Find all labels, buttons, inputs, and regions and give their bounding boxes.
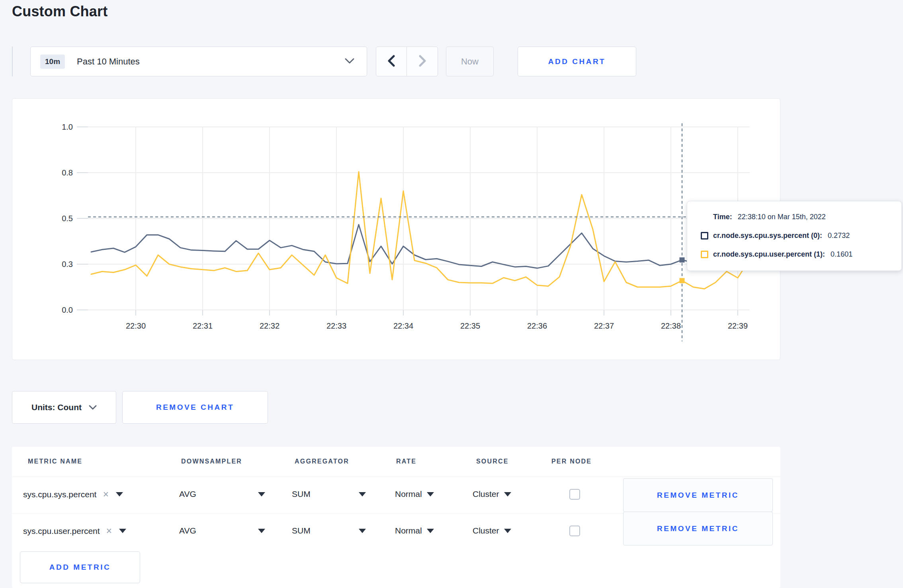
- svg-text:0.8: 0.8: [62, 168, 73, 177]
- prev-range-button[interactable]: [376, 47, 407, 76]
- remove-chart-button[interactable]: REMOVE CHART: [122, 391, 268, 424]
- svg-text:22:37: 22:37: [594, 321, 614, 330]
- remove-metric-button[interactable]: REMOVE METRIC: [623, 512, 773, 545]
- chart-hover-tooltip: Time: 22:38:10 on Mar 15th, 2022 cr.node…: [687, 201, 902, 271]
- rate-select[interactable]: Normal: [395, 526, 434, 535]
- units-select[interactable]: Units: Count: [12, 391, 116, 424]
- page-title: Custom Chart: [12, 3, 108, 20]
- aggregator-value: SUM: [292, 526, 311, 535]
- metric-name-value: sys.cpu.user.percent: [23, 526, 100, 536]
- add-metric-button[interactable]: ADD METRIC: [20, 551, 140, 583]
- units-select-label: Units: Count: [31, 403, 82, 412]
- downsampler-value: AVG: [179, 489, 196, 499]
- aggregator-select[interactable]: SUM: [292, 526, 366, 535]
- now-button[interactable]: Now: [446, 47, 494, 76]
- header-per-node: PER NODE: [551, 458, 592, 465]
- dropdown-caret-icon: [258, 529, 265, 533]
- source-select[interactable]: Cluster: [473, 526, 511, 535]
- dropdown-caret-icon: [258, 492, 265, 496]
- metrics-table-header: METRIC NAME DOWNSAMPLER AGGREGATOR RATE …: [12, 447, 780, 477]
- time-shift-control: [376, 47, 438, 76]
- header-aggregator: AGGREGATOR: [295, 458, 349, 465]
- dropdown-caret-icon: [119, 529, 126, 533]
- svg-text:0.3: 0.3: [62, 260, 73, 269]
- metric-name-select[interactable]: sys.cpu.sys.percent ×: [23, 489, 123, 499]
- dropdown-caret-icon: [359, 529, 366, 533]
- rate-value: Normal: [395, 526, 422, 535]
- add-metric-label: ADD METRIC: [49, 563, 111, 572]
- dropdown-caret-icon: [359, 492, 366, 496]
- aggregator-select[interactable]: SUM: [292, 489, 366, 499]
- chevron-right-icon: [418, 55, 427, 68]
- clear-metric-icon[interactable]: ×: [106, 526, 112, 536]
- remove-metric-label: REMOVE METRIC: [657, 491, 739, 500]
- chart-svg[interactable]: 0.00.30.50.81.022:3022:3122:3222:3322:34…: [12, 99, 780, 360]
- chevron-down-icon: [89, 403, 97, 412]
- time-range-label: Past 10 Minutes: [77, 56, 140, 67]
- downsampler-value: AVG: [179, 526, 196, 535]
- header-rate: RATE: [396, 458, 416, 465]
- rate-value: Normal: [395, 489, 422, 499]
- downsampler-select[interactable]: AVG: [179, 526, 265, 535]
- svg-text:22:39: 22:39: [728, 321, 748, 330]
- tooltip-time-label: Time:: [713, 213, 732, 221]
- dropdown-caret-icon: [504, 529, 511, 533]
- tooltip-time-value: 22:38:10 on Mar 15th, 2022: [738, 213, 826, 221]
- dropdown-caret-icon: [504, 492, 511, 496]
- now-button-label: Now: [461, 56, 479, 67]
- header-metric-name: METRIC NAME: [28, 458, 82, 465]
- chevron-left-icon: [387, 55, 396, 68]
- dropdown-caret-icon: [427, 529, 434, 533]
- series-user-swatch-icon: [701, 251, 708, 258]
- svg-text:22:33: 22:33: [326, 321, 346, 330]
- rate-select[interactable]: Normal: [395, 489, 434, 499]
- time-range-badge: 10m: [40, 55, 65, 69]
- svg-text:22:36: 22:36: [527, 321, 547, 330]
- series-sys-swatch-icon: [701, 232, 708, 239]
- svg-text:22:30: 22:30: [126, 321, 146, 330]
- metrics-table: METRIC NAME DOWNSAMPLER AGGREGATOR RATE …: [12, 447, 780, 588]
- tooltip-sys-metric: cr.node.sys.cpu.sys.percent (0):: [713, 232, 822, 240]
- toolbar-divider: [12, 47, 13, 76]
- tooltip-sys-value: 0.2732: [828, 232, 850, 240]
- source-value: Cluster: [473, 489, 499, 499]
- header-source: SOURCE: [476, 458, 509, 465]
- add-chart-button[interactable]: ADD CHART: [518, 47, 636, 76]
- next-range-button[interactable]: [407, 47, 438, 76]
- svg-text:22:38: 22:38: [661, 321, 681, 330]
- per-node-checkbox[interactable]: [569, 489, 580, 500]
- tooltip-user-value: 0.1601: [831, 250, 852, 259]
- svg-text:22:32: 22:32: [260, 321, 280, 330]
- per-node-checkbox[interactable]: [569, 526, 580, 536]
- svg-text:22:34: 22:34: [393, 321, 413, 330]
- tooltip-user-metric: cr.node.sys.cpu.user.percent (1):: [713, 250, 825, 259]
- svg-text:0.5: 0.5: [62, 214, 73, 223]
- svg-text:0.0: 0.0: [62, 306, 73, 314]
- dropdown-caret-icon: [427, 492, 434, 496]
- svg-text:22:31: 22:31: [193, 321, 213, 330]
- source-value: Cluster: [473, 526, 499, 535]
- svg-text:1.0: 1.0: [62, 123, 73, 131]
- add-chart-label: ADD CHART: [548, 57, 606, 66]
- dropdown-caret-icon: [116, 492, 123, 496]
- chevron-down-icon: [344, 58, 355, 66]
- source-select[interactable]: Cluster: [473, 489, 511, 499]
- header-downsampler: DOWNSAMPLER: [181, 458, 242, 465]
- svg-text:22:35: 22:35: [460, 321, 480, 330]
- remove-metric-label: REMOVE METRIC: [657, 524, 739, 533]
- metric-name-select[interactable]: sys.cpu.user.percent ×: [23, 526, 126, 536]
- remove-metric-button[interactable]: REMOVE METRIC: [623, 478, 773, 512]
- clear-metric-icon[interactable]: ×: [103, 489, 109, 499]
- aggregator-value: SUM: [292, 489, 311, 499]
- chart-card: 0.00.30.50.81.022:3022:3122:3222:3322:34…: [12, 98, 780, 360]
- downsampler-select[interactable]: AVG: [179, 489, 265, 499]
- remove-chart-label: REMOVE CHART: [156, 403, 234, 412]
- metric-name-value: sys.cpu.sys.percent: [23, 490, 96, 499]
- time-range-select[interactable]: 10m Past 10 Minutes: [30, 47, 367, 76]
